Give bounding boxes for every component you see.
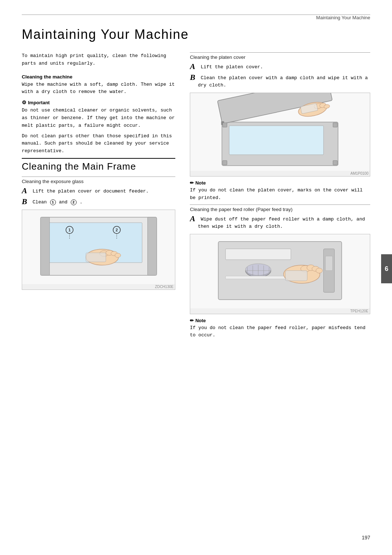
platen-step-a: A Lift the platen cover. (190, 62, 370, 71)
roller-step-a: A Wipe dust off the paper feed roller wi… (190, 214, 370, 230)
chapter-tab: 6 (381, 254, 392, 283)
svg-rect-15 (86, 253, 106, 262)
platen-b-text: Clean the platen cover with a damp cloth… (198, 73, 370, 89)
left-column: To maintain high print quality, clean th… (22, 52, 175, 342)
num-2: 2 (71, 199, 77, 205)
exposure-step-b: B Clean 1 and 2 . (22, 197, 175, 206)
page-number: 197 (362, 535, 370, 540)
main-content: To maintain high print quality, clean th… (22, 52, 370, 342)
important-text-label: Important (28, 100, 50, 105)
breadcrumb: Maintaining Your Machine (22, 15, 370, 23)
step-b-letter: B (22, 197, 30, 206)
exposure-glass-label: Cleaning the exposure glass (22, 179, 175, 184)
note-label-text: Note (195, 180, 206, 186)
svg-rect-26 (333, 123, 338, 127)
paper-feed-label: Cleaning the paper feed roller (Paper fe… (190, 207, 370, 212)
paper-feed-header: Cleaning the paper feed roller (Paper fe… (190, 204, 370, 212)
important-item-1: Do not use chemical cleaner or organic s… (22, 107, 175, 129)
roller-svg (190, 234, 370, 307)
platen-svg (190, 93, 370, 169)
svg-text:1: 1 (69, 228, 71, 232)
note-pencil-icon: ✏ (190, 180, 194, 186)
svg-rect-2 (41, 217, 50, 275)
platen-note-text: If you do not clean the platen cover, ma… (190, 187, 370, 201)
svg-rect-27 (223, 161, 227, 165)
chapter-number: 6 (385, 265, 388, 273)
step-a-text: Lift the platen cover or document feeder… (30, 186, 149, 195)
right-column: Cleaning the platen cover A Lift the pla… (190, 52, 370, 342)
roller-note-text: If you do not clean the paper feed rolle… (190, 324, 370, 339)
header-label: Maintaining Your Machine (316, 15, 370, 20)
cleaning-machine-label: Cleaning the machine (22, 74, 175, 80)
svg-rect-30 (226, 249, 291, 260)
platen-a-text: Lift the platen cover. (198, 62, 263, 71)
exposure-illustration: 1 2 ZDCH130E (22, 210, 175, 290)
platen-illustration: AM1P0100 (190, 93, 370, 177)
important-icon: ⚙ (22, 100, 26, 105)
step-a-letter: A (22, 186, 30, 195)
roller-a-text: Wipe dust off the paper feed roller with… (198, 214, 370, 230)
roller-a-letter: A (190, 214, 198, 223)
roller-note-icon: ✏ (190, 318, 194, 323)
cleaning-machine-body: Wipe the machine with a soft, damp cloth… (22, 81, 175, 96)
svg-rect-40 (226, 276, 291, 279)
roller-note-label-text: Note (195, 318, 206, 323)
page-container: Maintaining Your Machine Maintaining You… (0, 0, 392, 555)
exposure-step-a: A Lift the platen cover or document feed… (22, 186, 175, 195)
exposure-glass-header: Cleaning the exposure glass (22, 177, 175, 184)
platen-cover-label: Cleaning the platen cover (190, 54, 370, 60)
main-section-divider: Cleaning the Main Frame (22, 158, 175, 172)
svg-rect-46 (286, 271, 307, 281)
roller-note-label: ✏ Note (190, 318, 370, 323)
roller-illustration: TPEH120E (190, 234, 370, 314)
intro-text: To maintain high print quality, clean th… (22, 52, 175, 68)
svg-text:2: 2 (116, 228, 118, 232)
svg-rect-28 (333, 161, 338, 165)
svg-rect-3 (148, 217, 157, 275)
exposure-svg: 1 2 (22, 210, 175, 283)
svg-point-14 (115, 253, 121, 258)
svg-rect-48 (326, 256, 333, 271)
page-title: Maintaining Your Machine (22, 27, 370, 42)
svg-point-45 (316, 268, 323, 273)
exposure-caption: ZDCH130E (22, 284, 175, 289)
main-section-title: Cleaning the Main Frame (22, 161, 175, 172)
step-b-text: Clean 1 and 2 . (30, 197, 82, 206)
platen-step-b: B Clean the platen cover with a damp clo… (190, 73, 370, 89)
svg-rect-25 (223, 123, 227, 127)
svg-rect-18 (229, 126, 324, 155)
platen-a-letter: A (190, 62, 198, 71)
platen-caption: AM1P0100 (190, 171, 370, 176)
platen-b-letter: B (190, 73, 198, 82)
num-1: 1 (50, 199, 56, 205)
important-label: ⚙ Important (22, 100, 175, 105)
platen-cover-header: Cleaning the platen cover (190, 52, 370, 60)
important-item-2: Do not clean parts other than those spec… (22, 133, 175, 155)
platen-note-label: ✏ Note (190, 180, 370, 186)
roller-caption: TPEH120E (190, 308, 370, 314)
